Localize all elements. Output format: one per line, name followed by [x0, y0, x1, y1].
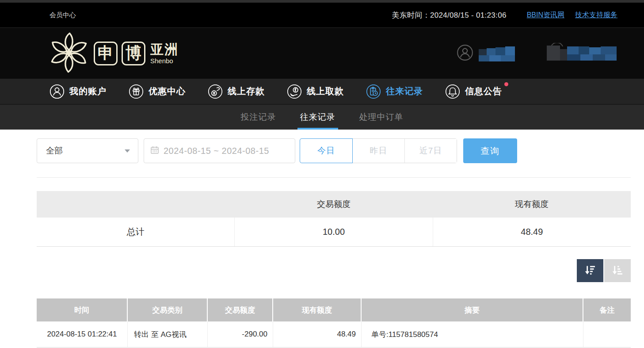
redacted-balance — [541, 43, 617, 64]
records-header-amount: 交易额度 — [208, 298, 273, 321]
records-header-summary: 摘要 — [362, 298, 583, 321]
main-content: 全部 2024-08-15 ~ 2024-08-15 今日 昨日 近7日 查询 — [0, 138, 644, 348]
record-balance: 48.49 — [273, 321, 362, 347]
nav-item-label: 线上存款 — [228, 85, 265, 97]
record-amount: -290.00 — [208, 321, 273, 347]
section-divider — [37, 177, 631, 178]
record-remark — [583, 321, 631, 347]
notification-dot — [504, 82, 508, 86]
member-center-label: 会员中心 — [50, 11, 76, 19]
withdraw-coin-hand-icon — [287, 84, 302, 99]
sort-controls — [0, 259, 631, 282]
records-header-time: 时间 — [37, 298, 128, 321]
sort-ascending-button[interactable] — [604, 259, 631, 282]
record-type: 转出 至 AG视讯 — [128, 321, 208, 347]
logo-char-shen: 申 — [94, 42, 118, 65]
type-select[interactable]: 全部 — [37, 138, 138, 163]
records-table-header: 时间 交易类别 交易额度 现有额度 摘要 备注 — [37, 298, 631, 321]
logo-region: 亚洲 Shenbo — [150, 43, 179, 64]
calendar-icon — [150, 145, 159, 156]
logo-region-cn: 亚洲 — [150, 43, 179, 56]
clipboard-clock-icon — [366, 84, 381, 99]
topbar-right: 美东时间：2024/08/15 - 01:23:06 BBIN资讯网 技术支持服… — [392, 10, 617, 20]
summary-header-empty — [37, 191, 235, 218]
nav-item-deposit[interactable]: 线上存款 — [208, 84, 265, 99]
user-icon — [50, 84, 65, 99]
summary-total-amount: 10.00 — [235, 218, 433, 246]
nav-item-label: 信息公告 — [465, 85, 502, 97]
header: 申 博 亚洲 Shenbo — [0, 28, 644, 79]
records-header-balance: 现有额度 — [273, 298, 362, 321]
datetime-value: 2024/08/15 - 01:23:06 — [430, 11, 507, 19]
nav-item-announcements[interactable]: 信息公告 — [445, 84, 502, 99]
summary-table: 交易额度 现有额度 总计 10.00 48.49 — [37, 191, 631, 247]
tab-processing-orders[interactable]: 处理中订单 — [358, 105, 404, 130]
site-logo[interactable]: 申 博 亚洲 Shenbo — [48, 31, 179, 76]
nav-item-promotions[interactable]: 优惠中心 — [129, 84, 186, 99]
nav-item-label: 我的账户 — [69, 85, 107, 97]
nav-item-label: 往来记录 — [386, 85, 423, 97]
tab-transaction-records[interactable]: 往来记录 — [299, 105, 336, 130]
records-header-remark: 备注 — [583, 298, 631, 321]
redacted-username — [479, 44, 515, 63]
nav-item-withdraw[interactable]: 线上取款 — [287, 84, 344, 99]
logo-char-bo: 博 — [122, 42, 145, 65]
avatar-icon — [457, 44, 473, 63]
sort-descending-icon — [584, 264, 596, 278]
tab-betting-records[interactable]: 投注记录 — [240, 105, 277, 130]
record-summary: 单号:115781580574 — [362, 321, 583, 347]
quick-button-today[interactable]: 今日 — [300, 139, 352, 163]
sub-tabs: 投注记录 往来记录 处理中订单 — [0, 104, 644, 130]
filter-bar: 全部 2024-08-15 ~ 2024-08-15 今日 昨日 近7日 查询 — [37, 138, 631, 163]
search-button[interactable]: 查询 — [463, 138, 517, 163]
main-navigation: 我的账户 优惠中心 线上存款 — [0, 79, 644, 104]
records-header-type: 交易类别 — [128, 298, 208, 321]
table-row: 2024-08-15 01:22:41 转出 至 AG视讯 -290.00 48… — [37, 321, 631, 348]
nav-item-transaction-records[interactable]: 往来记录 — [366, 84, 423, 99]
gift-icon — [129, 84, 144, 99]
timezone-label: 美东时间： — [392, 11, 430, 19]
summary-header-balance: 现有额度 — [433, 191, 631, 218]
summary-total-label: 总计 — [37, 218, 235, 246]
quick-date-buttons: 今日 昨日 近7日 — [300, 138, 457, 163]
quick-button-last7days[interactable]: 近7日 — [404, 139, 457, 163]
logo-region-en: Shenbo — [150, 57, 179, 64]
summary-total-row: 总计 10.00 48.49 — [37, 218, 631, 247]
records-table: 时间 交易类别 交易额度 现有额度 摘要 备注 2024-08-15 01:22… — [37, 298, 631, 348]
date-range-value: 2024-08-15 ~ 2024-08-15 — [164, 146, 269, 156]
topbar: 会员中心 美东时间：2024/08/15 - 01:23:06 BBIN资讯网 … — [0, 3, 644, 28]
nav-item-label: 优惠中心 — [149, 85, 186, 97]
sort-ascending-icon — [611, 264, 624, 278]
date-range-input[interactable]: 2024-08-15 ~ 2024-08-15 — [144, 138, 295, 163]
bbin-news-link[interactable]: BBIN资讯网 — [527, 11, 564, 20]
summary-header-amount: 交易额度 — [235, 191, 433, 218]
nav-item-label: 线上取款 — [307, 85, 344, 97]
bell-icon — [445, 84, 460, 99]
nav-item-my-account[interactable]: 我的账户 — [50, 84, 107, 99]
summary-total-balance: 48.49 — [433, 218, 631, 246]
tech-support-link[interactable]: 技术支持服务 — [575, 11, 617, 20]
summary-table-header: 交易额度 现有额度 — [37, 191, 631, 218]
user-account-area[interactable] — [457, 43, 617, 64]
quick-button-yesterday[interactable]: 昨日 — [352, 139, 404, 163]
deposit-coin-hand-icon — [208, 84, 223, 99]
sort-descending-button[interactable] — [577, 259, 603, 282]
flower-logo-icon — [48, 31, 90, 76]
type-select-value: 全部 — [46, 145, 63, 157]
eastern-time: 美东时间：2024/08/15 - 01:23:06 — [392, 10, 506, 20]
chevron-down-icon — [125, 149, 130, 153]
record-time: 2024-08-15 01:22:41 — [37, 321, 128, 347]
